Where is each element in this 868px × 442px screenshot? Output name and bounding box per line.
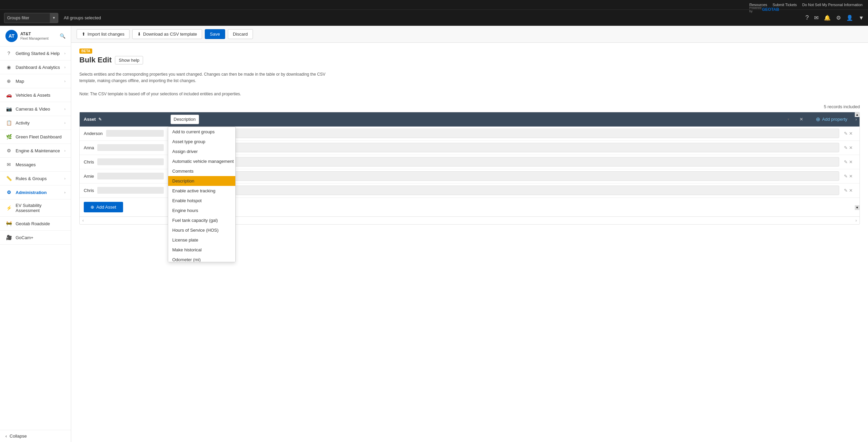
asset-header-text: Asset [84,117,96,122]
scroll-up-indicator[interactable]: ▲ [855,112,860,117]
sidebar-item-administration[interactable]: ⚙ Administration › [0,186,71,199]
sidebar-item-map[interactable]: ⊕ Map › [0,74,71,88]
settings-icon[interactable]: ⚙ [836,15,841,21]
sidebar-item-engine[interactable]: ⚙ Engine & Maintenance › [0,144,71,158]
sidebar-item-activity[interactable]: 📋 Activity › [0,116,71,130]
sidebar-item-label: Vehicles & Assets [16,93,51,98]
dropdown-item-enable-hotspot[interactable]: Enable hotspot [168,196,235,206]
sidebar-item-cameras[interactable]: 📷 Cameras & Video › [0,102,71,116]
sidebar-item-gocam[interactable]: 🎥 GoCam+ [0,231,71,245]
row-actions: ✎ ✕ [842,188,860,193]
sidebar-item-label: Geotab Roadside [16,221,50,226]
edit-icon[interactable]: ✎ [98,117,102,122]
dropdown-item-auto-vehicle[interactable]: Automatic vehicle management [168,156,235,166]
sidebar-item-geotab-roadside[interactable]: 🚧 Geotab Roadside [0,217,71,231]
sidebar-item-vehicles[interactable]: 🚗 Vehicles & Assets [0,88,71,102]
green-fleet-icon: 🌿 [5,133,12,140]
dropdown-item-engine-hours[interactable]: Engine hours [168,206,235,215]
delete-row-icon[interactable]: ✕ [849,145,853,150]
delete-row-icon[interactable]: ✕ [849,131,853,136]
download-button[interactable]: ⬇ Download as CSV template [132,29,202,39]
delete-row-icon[interactable]: ✕ [849,174,853,179]
dropdown-arrow-icon[interactable]: ▼ [859,15,864,21]
help-icon[interactable]: ? [805,14,809,21]
row-actions: ✎ ✕ [842,131,860,136]
save-label: Save [210,32,220,37]
asset-cell: Anderson [80,130,168,137]
sidebar-item-label: Map [16,79,24,84]
dropdown-item-comments[interactable]: Comments [168,166,235,176]
row-actions: ✎ ✕ [842,174,860,179]
property-dropdown-wrapper[interactable]: Description [171,115,793,124]
scroll-left-arrow[interactable]: ‹ [80,218,86,223]
add-property-button[interactable]: ⊕ Add property [810,116,853,122]
edit-row-icon[interactable]: ✎ [844,174,848,179]
chevron-icon: › [64,52,65,55]
edit-row-icon[interactable]: ✎ [844,159,848,165]
edit-row-icon[interactable]: ✎ [844,145,848,150]
scroll-right-indicator[interactable]: › [853,117,860,122]
sidebar-item-messages[interactable]: ✉ Messages [0,158,71,172]
getting-started-icon: ? [5,50,12,57]
property-input[interactable] [171,186,839,195]
dropdown-item-description[interactable]: Description [168,176,235,186]
edit-row-icon[interactable]: ✎ [844,188,848,193]
dropdown-item-fuel-tank[interactable]: Fuel tank capacity (gal) [168,215,235,225]
sidebar-item-ev-suitability[interactable]: ⚡ EV Suitability Assessment [0,199,71,217]
beta-badge: BETA [79,49,92,54]
sidebar-item-getting-started[interactable]: ? Getting Started & Help › [0,46,71,60]
dashboard-icon: ◉ [5,64,12,71]
import-button[interactable]: ⬆ Import list changes [77,29,130,39]
asset-cell: Arnie [80,173,168,179]
property-input[interactable] [171,171,839,181]
activity-icon: 📋 [5,119,12,126]
delete-row-icon[interactable]: ✕ [849,188,853,193]
sidebar-item-dashboard[interactable]: ◉ Dashboard & Analytics › [0,60,71,74]
property-select[interactable]: Description [171,115,199,124]
do-not-sell-link[interactable]: Do Not Sell My Personal Information [802,3,863,7]
dropdown-item-assign-driver[interactable]: Assign driver [168,147,235,156]
chevron-icon: › [64,149,65,153]
sidebar-item-green-fleet[interactable]: 🌿 Green Fleet Dashboard [0,130,71,144]
sidebar-item-label: Engine & Maintenance [16,148,60,153]
add-asset-button[interactable]: ⊕ Add Asset [84,202,123,212]
groups-filter[interactable]: Groups filter ▼ [4,13,58,23]
dropdown-item-hos[interactable]: Hours of Service (HOS) [168,225,235,235]
nav-bar: Groups filter ▼ All groups selected ? ✉ … [0,9,868,26]
sidebar-logo: AT AT&T Fleet Management 🔍 [0,26,71,46]
asset-name: Anna [84,145,94,150]
import-icon: ⬆ [82,32,85,37]
edit-row-icon[interactable]: ✎ [844,131,848,136]
delete-row-icon[interactable]: ✕ [849,159,853,165]
property-input[interactable] [171,129,839,138]
dropdown-item-asset-type[interactable]: Asset type group [168,137,235,147]
sidebar-item-label: EV Suitability Assessment [16,203,65,213]
scroll-right-arrow[interactable]: › [853,218,860,223]
sidebar-search-icon[interactable]: 🔍 [60,33,65,39]
dropdown-item-license-plate[interactable]: License plate [168,235,235,245]
show-help-button[interactable]: Show help [115,56,143,64]
scroll-down-indicator[interactable]: ▼ [855,205,860,210]
description-line1: Selects entities and the corresponding p… [79,71,334,84]
records-bar: 5 records included [71,101,868,112]
dropdown-item-make-historical[interactable]: Make historical [168,245,235,255]
notification-icon[interactable]: 🔔 [824,15,831,21]
dropdown-item-odometer[interactable]: Odometer (mi) [168,255,235,262]
clear-icon[interactable]: ✕ [795,117,808,122]
property-input[interactable] [171,157,839,167]
user-icon[interactable]: 👤 [846,15,853,21]
nav-right-icons: ? ✉ 🔔 ⚙ 👤 ▼ [805,14,864,21]
all-groups-selected-text: All groups selected [64,15,101,20]
groups-filter-arrow-icon[interactable]: ▼ [50,13,58,23]
collapse-button[interactable]: ‹ Collapse [0,430,71,442]
chevron-icon: › [64,65,65,69]
property-input[interactable] [171,143,839,152]
discard-button[interactable]: Discard [228,29,253,39]
mail-icon[interactable]: ✉ [814,15,818,21]
sidebar-item-rules[interactable]: 📏 Rules & Groups › [0,172,71,186]
toolbar: ⬆ Import list changes ⬇ Download as CSV … [71,26,868,43]
asset-name: Chris [84,159,94,165]
save-button[interactable]: Save [205,29,225,39]
dropdown-item-add-groups[interactable]: Add to current groups [168,127,235,137]
dropdown-item-enable-tracking[interactable]: Enable active tracking [168,186,235,196]
